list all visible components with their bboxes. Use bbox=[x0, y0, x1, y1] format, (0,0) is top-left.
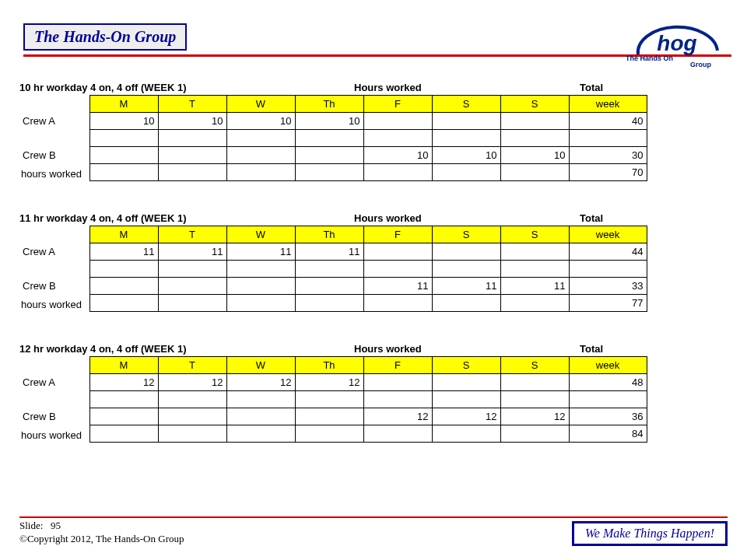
col-header: T bbox=[158, 226, 226, 243]
table-row: Crew B 10 10 10 30 bbox=[19, 147, 647, 164]
row-label: Crew B bbox=[19, 278, 89, 295]
col-header: S bbox=[432, 357, 500, 374]
cell bbox=[432, 113, 500, 130]
col-header: T bbox=[158, 96, 226, 113]
cell bbox=[158, 408, 226, 425]
cell: 12 bbox=[363, 408, 432, 425]
cell: 10 bbox=[89, 113, 158, 130]
cell bbox=[295, 278, 363, 295]
col-header: M bbox=[89, 96, 158, 113]
cell: 11 bbox=[500, 278, 569, 295]
col-header: S bbox=[432, 226, 500, 243]
col-header: M bbox=[89, 226, 158, 243]
block-title: 12 hr workday 4 on, 4 off (WEEK 1) bbox=[19, 343, 354, 355]
row-label: Crew A bbox=[19, 113, 89, 130]
col-header: week bbox=[569, 96, 647, 113]
cell bbox=[89, 147, 158, 164]
cell: 10 bbox=[295, 113, 363, 130]
total-label: Total bbox=[580, 212, 603, 224]
cell bbox=[226, 278, 295, 295]
col-header: S bbox=[500, 357, 569, 374]
cell: 11 bbox=[432, 278, 500, 295]
table-row bbox=[19, 261, 647, 278]
table-row bbox=[19, 130, 647, 147]
schedule-block-12hr: 12 hr workday 4 on, 4 off (WEEK 1) Hours… bbox=[19, 343, 728, 443]
copyright: ©Copyright 2012, The Hands-On Group bbox=[19, 533, 184, 546]
schedule-block-11hr: 11 hr workday 4 on, 4 off (WEEK 1) Hours… bbox=[19, 212, 728, 312]
table-row: Crew A 12 12 12 12 48 bbox=[19, 374, 647, 391]
cell: 40 bbox=[569, 113, 647, 130]
block-title: 10 hr workday 4 on, 4 off (WEEK 1) bbox=[19, 82, 354, 93]
col-header: W bbox=[226, 226, 295, 243]
cell bbox=[158, 147, 226, 164]
col-header: F bbox=[363, 357, 432, 374]
col-header: S bbox=[432, 96, 500, 113]
slide-label: Slide: bbox=[19, 520, 43, 531]
row-label: Crew B bbox=[19, 408, 89, 425]
cell bbox=[158, 278, 226, 295]
schedule-table: M T W Th F S S week Crew A 10 10 10 10 bbox=[19, 95, 647, 181]
cell: 11 bbox=[158, 243, 226, 261]
cell: 10 bbox=[158, 113, 226, 130]
cell: 10 bbox=[363, 147, 432, 164]
footer: Slide: 95 ©Copyright 2012, The Hands-On … bbox=[19, 520, 728, 546]
grand-total: 77 bbox=[569, 295, 647, 312]
cell: 33 bbox=[569, 278, 647, 295]
title-box: The Hands-On Group bbox=[23, 23, 187, 51]
cell: 10 bbox=[432, 147, 500, 164]
cell: 44 bbox=[569, 243, 647, 261]
col-header: F bbox=[363, 96, 432, 113]
block-title: 11 hr workday 4 on, 4 off (WEEK 1) bbox=[19, 212, 354, 224]
cell: 12 bbox=[89, 374, 158, 391]
cell: 11 bbox=[89, 243, 158, 261]
cell bbox=[500, 243, 569, 261]
cell: 30 bbox=[569, 147, 647, 164]
logo-sub2: Group bbox=[690, 61, 711, 68]
schedule-table: M T W Th F S S week Crew A 12 12 12 12 bbox=[19, 356, 647, 443]
hours-worked-suffix: hours worked bbox=[21, 299, 82, 310]
hours-worked-suffix: hours worked bbox=[21, 429, 82, 441]
cell: 12 bbox=[158, 374, 226, 391]
col-header: F bbox=[363, 226, 432, 243]
table-row: 84 bbox=[19, 425, 647, 443]
cell bbox=[500, 113, 569, 130]
cell: 11 bbox=[226, 243, 295, 261]
col-header: S bbox=[500, 96, 569, 113]
cell: 11 bbox=[363, 278, 432, 295]
cell bbox=[500, 374, 569, 391]
total-label: Total bbox=[580, 82, 603, 93]
cell bbox=[363, 374, 432, 391]
logo: hog The Hands On Group bbox=[622, 16, 731, 70]
cell: 36 bbox=[569, 408, 647, 425]
table-row: 70 bbox=[19, 164, 647, 181]
col-header: Th bbox=[295, 96, 363, 113]
grand-total: 70 bbox=[569, 164, 647, 181]
col-header: S bbox=[500, 226, 569, 243]
tagline: We Make Things Happen! bbox=[572, 521, 728, 546]
hours-worked-label: Hours worked bbox=[354, 82, 510, 93]
table-row bbox=[19, 391, 647, 408]
row-label: Crew B bbox=[19, 147, 89, 164]
cell: 10 bbox=[226, 113, 295, 130]
col-header: W bbox=[226, 96, 295, 113]
table-row: 77 bbox=[19, 295, 647, 312]
table-row: Crew A 10 10 10 10 40 bbox=[19, 113, 647, 130]
hours-worked-label: Hours worked bbox=[354, 343, 510, 355]
col-header: T bbox=[158, 357, 226, 374]
cell: 12 bbox=[226, 374, 295, 391]
table-row: Crew A 11 11 11 11 44 bbox=[19, 243, 647, 261]
cell bbox=[89, 408, 158, 425]
row-label: Crew A bbox=[19, 374, 89, 391]
cell bbox=[295, 408, 363, 425]
logo-sub1: The Hands On bbox=[626, 54, 673, 62]
cell: 11 bbox=[295, 243, 363, 261]
cell bbox=[226, 147, 295, 164]
cell bbox=[89, 278, 158, 295]
col-header: W bbox=[226, 357, 295, 374]
cell bbox=[363, 243, 432, 261]
total-label: Total bbox=[580, 343, 603, 355]
col-header: week bbox=[569, 357, 647, 374]
schedule-block-10hr: 10 hr workday 4 on, 4 off (WEEK 1) Hours… bbox=[19, 82, 728, 181]
table-row: Crew B 12 12 12 36 bbox=[19, 408, 647, 425]
content: 10 hr workday 4 on, 4 off (WEEK 1) Hours… bbox=[0, 66, 747, 443]
